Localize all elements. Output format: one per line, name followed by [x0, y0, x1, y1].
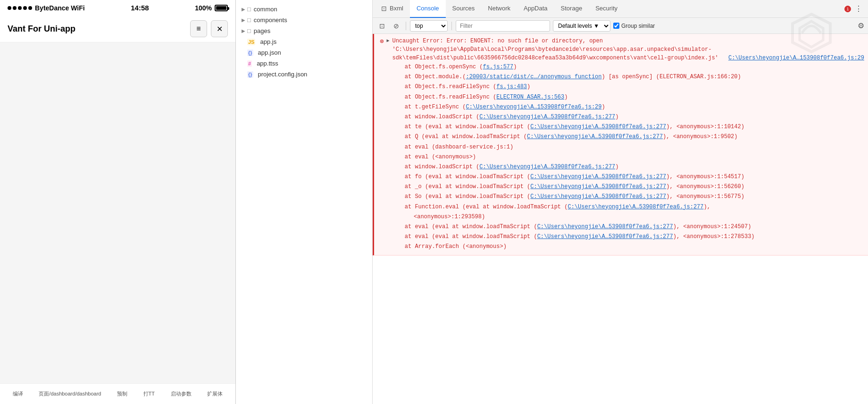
- stack-line-11: at window.loadScript (C:\Users\heyongjie…: [391, 162, 864, 172]
- stack-link-5[interactable]: C:\Users\heyongjie\A…153908f0f7ea6.js:29: [466, 104, 601, 110]
- stack-line-2: at Object.module.(:20003/static/dist/c…/…: [391, 72, 864, 82]
- bottom-tab-compile[interactable]: 编译: [13, 390, 23, 397]
- bottom-tab-preset-label: 预制: [117, 390, 127, 397]
- group-similar-checkbox[interactable]: [613, 23, 619, 29]
- stack-line-7: at te (eval at window.loadTmaScript (C:\…: [391, 122, 864, 132]
- tab-appdata-label: AppData: [524, 5, 548, 12]
- tree-arrow-common: ▶: [242, 7, 245, 12]
- stack-line-13: at _o (eval at window.loadTmaScript (C:\…: [391, 182, 864, 192]
- stack-link-6[interactable]: C:\Users\heyongjie\A…53908f0f7ea6.js:277: [479, 114, 615, 120]
- tree-item-components[interactable]: ▶ □ components: [236, 15, 372, 25]
- tab-security[interactable]: Security: [589, 0, 624, 18]
- stack-link-4[interactable]: ELECTRON_ASAR.js:563: [496, 94, 564, 100]
- tab-network-label: Network: [488, 5, 510, 12]
- bottom-tab-ext-label: 扩展体: [207, 390, 223, 397]
- stack-link-2[interactable]: :20003/static/dist/c…/anonymous function: [466, 74, 601, 80]
- folder-icon-components: □: [247, 16, 251, 24]
- tree-label-pages: pages: [254, 27, 270, 34]
- bottom-tab-startup[interactable]: 启动参数: [171, 390, 192, 397]
- devtools-panel: ⊡ Bxml Console Sources Network AppData S…: [373, 0, 868, 404]
- stack-line-16: at eval (eval at window.loadTmaScript (C…: [391, 222, 864, 232]
- stack-link-16[interactable]: C:\Users\heyongjie\A…53908f0f7ea6.js:277: [537, 223, 673, 230]
- stack-link-7[interactable]: C:\Users\heyongjie\A…53908f0f7ea6.js:277: [530, 124, 666, 130]
- settings-button[interactable]: ⚙: [858, 21, 864, 30]
- stack-line-5: at t.getFileSync (C:\Users\heyongjie\A…1…: [391, 102, 864, 112]
- bottom-tab-compile-label: 编译: [13, 390, 23, 397]
- stack-link-3[interactable]: fs.js:483: [496, 83, 527, 90]
- error-count-circle: 1: [844, 6, 851, 12]
- error-badge: 1: [844, 6, 851, 12]
- bottom-tab-tt[interactable]: 打TT: [143, 390, 155, 397]
- js-icon-appjs: JS: [247, 39, 255, 45]
- tab-appdata[interactable]: AppData: [517, 0, 554, 18]
- context-select[interactable]: top: [410, 20, 448, 32]
- error-expand-arrow[interactable]: ▶: [386, 38, 389, 43]
- tree-label-appttss: app.ttss: [257, 60, 278, 67]
- group-similar-text: Group similar: [621, 23, 655, 29]
- signal-dots: [8, 6, 32, 10]
- stack-line-15: at Function.eval (eval at window.loadTma…: [391, 202, 864, 212]
- stack-line-4: at Object.fs.readFileSync (ELECTRON_ASAR…: [391, 92, 864, 102]
- stack-line-8: at Q (eval at window.loadTmaScript (C:\U…: [391, 132, 864, 142]
- phone-status-bar: ByteDance WiFi 14:58 100%: [0, 0, 235, 16]
- folder-icon-common: □: [247, 6, 251, 13]
- tree-label-appjs: app.js: [260, 38, 276, 45]
- tab-network[interactable]: Network: [481, 0, 517, 18]
- json-icon-projectconfig: {}: [247, 71, 253, 78]
- stack-line-15b: <anonymous>:1:293598): [391, 212, 864, 222]
- stack-link-15[interactable]: C:\Users\heyongjie\A…53908f0f7ea6.js:277: [568, 204, 703, 210]
- stack-link-1[interactable]: fs.js:577: [483, 64, 513, 70]
- stack-link-11[interactable]: C:\Users\heyongjie\A…53908f0f7ea6.js:277: [479, 164, 615, 170]
- battery-percent: 100%: [195, 4, 212, 12]
- stack-link-12[interactable]: C:\Users\heyongjie\A…53908f0f7ea6.js:277: [530, 173, 666, 180]
- bottom-tab-startup-label: 启动参数: [171, 390, 192, 397]
- folder-icon-pages: □: [247, 27, 251, 34]
- bottom-tab-ext[interactable]: 扩展体: [207, 390, 223, 397]
- bottom-tab-tt-label: 打TT: [143, 390, 155, 397]
- phone-bottom-bar: 编译 页面/dashboard/dashboard 预制 打TT 启动参数 扩展…: [0, 383, 235, 404]
- tab-sources[interactable]: Sources: [446, 0, 482, 18]
- filter-input[interactable]: [456, 20, 550, 32]
- tab-storage[interactable]: Storage: [554, 0, 589, 18]
- tree-item-pages[interactable]: ▶ □ pages: [236, 25, 372, 36]
- stack-link-13[interactable]: C:\Users\heyongjie\A…53908f0f7ea6.js:277: [530, 183, 666, 190]
- more-button[interactable]: ⋮: [851, 4, 866, 13]
- close-button[interactable]: ✕: [211, 20, 228, 37]
- group-similar-label[interactable]: Group similar: [613, 23, 655, 29]
- phone-nav-icons: ≡ ✕: [190, 20, 228, 37]
- stack-line-14: at So (eval at window.loadTmaScript (C:\…: [391, 192, 864, 202]
- ttss-icon-appttss: #: [247, 60, 252, 67]
- tree-item-projectconfig[interactable]: {} project.config.json: [236, 69, 372, 80]
- phone-panel: ByteDance WiFi 14:58 100% Vant For Uni-a…: [0, 0, 236, 404]
- tree-label-components: components: [254, 16, 287, 24]
- tree-item-appttss[interactable]: # app.ttss: [236, 58, 372, 69]
- watermark: [783, 9, 840, 68]
- stack-link-14[interactable]: C:\Users\heyongjie\A…53908f0f7ea6.js:277: [530, 193, 666, 200]
- bottom-tab-page[interactable]: 页面/dashboard/dashboard: [39, 390, 101, 397]
- error-count: 1: [846, 7, 849, 11]
- toolbar-divider-2: [451, 22, 452, 30]
- tab-console-label: Console: [417, 5, 439, 12]
- phone-content: [0, 42, 235, 383]
- clear-button[interactable]: ⊡: [376, 20, 388, 32]
- tree-label-common: common: [254, 6, 277, 13]
- stack-link-17[interactable]: C:\Users\heyongjie\A…53908f0f7ea6.js:277: [537, 233, 673, 240]
- stack-link-8[interactable]: C:\Users\heyongjie\A…53908f0f7ea6.js:277: [527, 133, 663, 140]
- toolbar-divider-1: [406, 22, 406, 30]
- levels-select[interactable]: Default levels ▼: [553, 20, 610, 32]
- status-left: ByteDance WiFi: [8, 4, 85, 12]
- stack-line-3: at Object.fs.readFileSync (fs.js:483): [391, 82, 864, 92]
- tree-item-appjson[interactable]: {} app.json: [236, 47, 372, 58]
- stack-line-17: at eval (eval at window.loadTmaScript (C…: [391, 232, 864, 242]
- stack-line-18: at Array.forEach (<anonymous>): [391, 242, 864, 252]
- tree-item-common[interactable]: ▶ □ common: [236, 4, 372, 15]
- tree-item-appjs[interactable]: JS app.js: [236, 36, 372, 47]
- tree-label-appjson: app.json: [258, 49, 281, 56]
- stop-button[interactable]: ⊘: [391, 20, 402, 32]
- stack-line-10: at eval (<anonymous>): [391, 152, 864, 162]
- menu-button[interactable]: ≡: [190, 20, 207, 37]
- error-stack: at Object.fs.openSync (fs.js:577) at Obj…: [380, 62, 864, 252]
- tab-bxml[interactable]: ⊡ Bxml: [375, 0, 410, 18]
- bottom-tab-preset[interactable]: 预制: [117, 390, 127, 397]
- tab-console[interactable]: Console: [410, 0, 446, 18]
